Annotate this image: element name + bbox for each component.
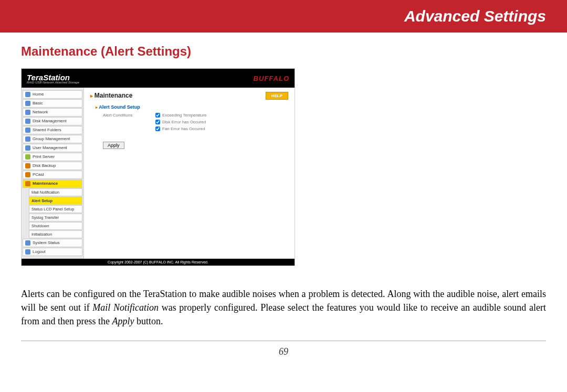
sidebar-item[interactable]: Network <box>23 108 82 116</box>
nav-label: Initialization <box>32 232 52 237</box>
sidebar-item[interactable]: Disk Management <box>23 117 82 125</box>
alert-conditions-row: Disk Error has Occured <box>103 120 288 124</box>
help-button[interactable]: HELP <box>266 92 288 100</box>
nav-label: Network <box>33 110 48 115</box>
section-heading: Maintenance (Alert Settings) <box>21 44 546 59</box>
nav-icon <box>25 119 30 124</box>
text: button. <box>134 316 163 326</box>
nav-icon <box>25 101 30 106</box>
description-paragraph: Alerts can be configured on the TeraStat… <box>21 287 546 328</box>
nav-label: Shared Folders <box>33 128 61 133</box>
app-body: HomeBasicNetworkDisk ManagementShared Fo… <box>22 88 295 259</box>
sidebar-item[interactable]: Logout <box>23 248 82 256</box>
sidebar-item[interactable]: Syslog Transfer <box>29 214 82 221</box>
content-pane: Maintenance HELP Alert Sound Setup Alert… <box>84 88 295 259</box>
check-0: Exceeding Temperature <box>155 113 206 118</box>
check-label: Exceeding Temperature <box>162 113 206 118</box>
sidebar-item[interactable]: Basic <box>23 99 82 108</box>
nav-label: Shutdown <box>32 224 49 228</box>
nav-icon <box>25 128 30 133</box>
sidebar-item[interactable]: Alert Setup <box>29 197 82 205</box>
subsection-title: Alert Sound Setup <box>96 104 288 110</box>
content-title: Maintenance <box>90 92 288 99</box>
sidebar: HomeBasicNetworkDisk ManagementShared Fo… <box>22 88 84 259</box>
text-em: Mail Notification <box>92 302 159 313</box>
check-label: Disk Error has Occured <box>162 120 206 124</box>
app-header: TeraStation RAID USB Network Attached St… <box>22 69 295 88</box>
page-body: Maintenance (Alert Settings) TeraStation… <box>0 33 567 368</box>
check-disk[interactable] <box>155 120 160 124</box>
sidebar-item[interactable]: System Status <box>23 239 82 247</box>
nav-icon <box>25 172 30 177</box>
nav-label: Group Management <box>33 136 70 142</box>
sidebar-item[interactable]: Home <box>23 90 82 99</box>
check-label: Fan Error has Occured <box>162 126 205 131</box>
check-temp[interactable] <box>155 113 160 118</box>
field-label: Alert Conditions <box>103 113 155 118</box>
sidebar-item[interactable]: Status LCD Panel Setup <box>29 205 82 213</box>
nav-label: Status LCD Panel Setup <box>32 207 74 211</box>
nav-label: Logout <box>33 249 45 255</box>
top-banner: Advanced Settings <box>0 0 567 33</box>
nav-icon <box>25 163 30 168</box>
logo-subtext: RAID USB Network Attached Storage <box>27 81 79 84</box>
nav-icon <box>25 92 30 97</box>
nav-label: System Status <box>33 240 60 246</box>
nav-icon <box>25 240 30 246</box>
nav-label: Disk Management <box>33 119 66 124</box>
check-1: Disk Error has Occured <box>155 120 206 124</box>
sidebar-item[interactable]: Initialization <box>29 230 82 238</box>
app-footer: Copyright 2002-2007 (C) BUFFALO INC. All… <box>22 259 295 266</box>
page-number: 69 <box>21 346 546 357</box>
nav-icon <box>25 181 30 186</box>
sidebar-item[interactable]: User Management <box>23 144 82 152</box>
nav-label: Disk Backup <box>33 163 56 168</box>
sidebar-item[interactable]: Mail Notification <box>29 188 82 196</box>
sidebar-item[interactable]: Shared Folders <box>23 126 82 134</box>
nav-label: Maintenance <box>33 181 58 186</box>
apply-button[interactable]: Apply <box>103 142 124 149</box>
nav-icon <box>25 154 30 160</box>
nav-icon <box>25 249 30 255</box>
logo-text: TeraStation <box>27 73 70 82</box>
text-em: Apply <box>112 316 134 326</box>
sidebar-item[interactable]: Shutdown <box>29 222 82 230</box>
nav-label: Print Server <box>33 154 55 160</box>
nav-label: Basic <box>33 101 43 106</box>
alert-conditions-row: Fan Error has Occured <box>103 126 288 131</box>
nav-icon <box>25 136 30 142</box>
nav-label: Home <box>33 92 44 97</box>
brand-text: BUFFALO <box>254 75 289 82</box>
nav-label: Syslog Transfer <box>32 215 59 220</box>
sidebar-item[interactable]: PCast <box>23 171 82 179</box>
alert-conditions-row: Alert Conditions Exceeding Temperature <box>103 113 288 118</box>
screenshot-panel: TeraStation RAID USB Network Attached St… <box>21 68 295 266</box>
divider <box>21 341 546 341</box>
sidebar-item[interactable]: Disk Backup <box>23 162 82 170</box>
nav-icon <box>25 110 30 115</box>
logo-block: TeraStation RAID USB Network Attached St… <box>27 73 79 84</box>
nav-label: Mail Notification <box>32 190 59 195</box>
banner-title: Advanced Settings <box>404 7 546 25</box>
nav-label: PCast <box>33 172 44 177</box>
sidebar-item[interactable]: Print Server <box>23 153 82 161</box>
nav-label: Alert Setup <box>32 198 52 203</box>
nav-icon <box>25 145 30 151</box>
nav-label: User Management <box>33 145 67 151</box>
check-fan[interactable] <box>155 126 160 131</box>
sidebar-item[interactable]: Group Management <box>23 135 82 143</box>
check-2: Fan Error has Occured <box>155 126 205 131</box>
sidebar-item[interactable]: Maintenance <box>23 179 82 188</box>
